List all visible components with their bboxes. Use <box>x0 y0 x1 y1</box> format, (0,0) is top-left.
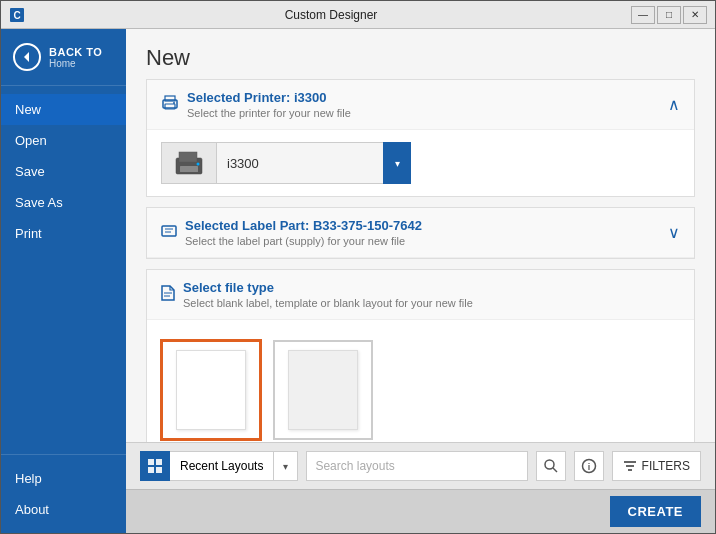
blank-template-box <box>273 340 373 440</box>
label-part-title-info: Selected Label Part: B33-375-150-7642 Se… <box>185 218 422 247</box>
back-button[interactable]: BACK TO Home <box>1 29 126 86</box>
svg-point-6 <box>173 102 175 104</box>
file-type-subtitle: Select blank label, template or blank la… <box>183 297 473 309</box>
sidebar-item-save-as[interactable]: Save As <box>1 187 126 218</box>
sidebar: BACK TO Home New Open Save Save As Print… <box>1 29 126 533</box>
back-label: BACK TO <box>49 46 102 58</box>
close-button[interactable]: ✕ <box>683 6 707 24</box>
action-row: CREATE <box>126 489 715 533</box>
svg-point-20 <box>545 460 554 469</box>
svg-rect-8 <box>179 152 197 162</box>
file-type-section-body: Blank Label Blank Template <box>147 320 694 442</box>
printer-section-header[interactable]: Selected Printer: i3300 Select the print… <box>147 80 694 130</box>
svg-rect-11 <box>162 226 176 236</box>
svg-rect-19 <box>156 467 162 473</box>
create-button[interactable]: CREATE <box>610 496 701 527</box>
main-window: C Custom Designer — □ ✕ BACK TO Home <box>0 0 716 534</box>
sidebar-item-save[interactable]: Save <box>1 156 126 187</box>
file-type-section-title: Select file type Select blank label, tem… <box>161 280 473 309</box>
back-sublabel: Home <box>49 58 102 69</box>
sidebar-nav: New Open Save Save As Print <box>1 86 126 454</box>
svg-rect-17 <box>156 459 162 465</box>
search-button[interactable] <box>536 451 566 481</box>
layouts-chevron-icon[interactable]: ▾ <box>274 451 298 481</box>
file-type-section: Select file type Select blank label, tem… <box>146 269 695 442</box>
printer-subtitle: Select the printer for your new file <box>187 107 351 119</box>
minimize-button[interactable]: — <box>631 6 655 24</box>
label-part-chevron-icon: ∨ <box>668 223 680 242</box>
sidebar-item-new[interactable]: New <box>1 94 126 125</box>
content-body: Selected Printer: i3300 Select the print… <box>126 79 715 442</box>
layouts-dropdown: Recent Layouts ▾ <box>140 451 298 481</box>
label-part-subtitle: Select the label part (supply) for your … <box>185 235 422 247</box>
printer-section-body: i3300 ▾ <box>147 130 694 196</box>
content-area: New <box>126 29 715 533</box>
filters-label: FILTERS <box>642 459 690 473</box>
printer-chevron-icon: ∧ <box>668 95 680 114</box>
file-type-icon <box>161 285 175 304</box>
page-title: New <box>146 45 695 71</box>
printer-title-info: Selected Printer: i3300 Select the print… <box>187 90 351 119</box>
content-header: New <box>126 29 715 79</box>
printer-section: Selected Printer: i3300 Select the print… <box>146 79 695 197</box>
window-title: Custom Designer <box>31 8 631 22</box>
bottom-bar: Recent Layouts ▾ Search layouts i <box>126 442 715 489</box>
sidebar-item-help[interactable]: Help <box>1 463 126 494</box>
search-input[interactable]: Search layouts <box>306 451 527 481</box>
printer-select-row: i3300 ▾ <box>161 142 411 184</box>
file-type-title-text: Select file type <box>183 280 473 295</box>
file-type-section-header: Select file type Select blank label, tem… <box>147 270 694 320</box>
back-circle-icon <box>13 43 41 71</box>
layouts-grid-icon <box>140 451 170 481</box>
svg-text:i: i <box>587 462 590 472</box>
file-type-title-info: Select file type Select blank label, tem… <box>183 280 473 309</box>
sidebar-item-about[interactable]: About <box>1 494 126 525</box>
title-bar: C Custom Designer — □ ✕ <box>1 1 715 29</box>
printer-icon-box <box>161 142 216 184</box>
info-button[interactable]: i <box>574 451 604 481</box>
layouts-label: Recent Layouts <box>170 451 274 481</box>
blank-template-option[interactable]: Blank Template <box>273 340 373 442</box>
printer-title-text: Selected Printer: i3300 <box>187 90 351 105</box>
printer-section-title: Selected Printer: i3300 Select the print… <box>161 90 351 119</box>
label-part-icon <box>161 223 177 242</box>
blank-label-preview <box>176 350 246 430</box>
sidebar-item-print[interactable]: Print <box>1 218 126 249</box>
blank-label-box <box>161 340 261 440</box>
blank-label-option[interactable]: Blank Label <box>161 340 261 442</box>
svg-rect-18 <box>148 467 154 473</box>
main-layout: BACK TO Home New Open Save Save As Print… <box>1 29 715 533</box>
printer-icon <box>161 95 179 114</box>
svg-rect-16 <box>148 459 154 465</box>
label-part-section: Selected Label Part: B33-375-150-7642 Se… <box>146 207 695 259</box>
label-part-section-header[interactable]: Selected Label Part: B33-375-150-7642 Se… <box>147 208 694 258</box>
file-type-options: Blank Label Blank Template <box>161 340 680 442</box>
search-placeholder: Search layouts <box>315 459 394 473</box>
app-icon: C <box>9 7 25 23</box>
back-text: BACK TO Home <box>49 46 102 69</box>
svg-point-10 <box>197 163 200 166</box>
printer-dropdown-button[interactable]: ▾ <box>383 142 411 184</box>
window-controls: — □ ✕ <box>631 6 707 24</box>
blank-template-preview <box>288 350 358 430</box>
svg-text:C: C <box>13 10 20 21</box>
svg-rect-9 <box>180 166 198 172</box>
svg-line-21 <box>553 468 557 472</box>
svg-marker-2 <box>24 52 29 62</box>
sidebar-footer: Help About <box>1 454 126 533</box>
label-part-title-text: Selected Label Part: B33-375-150-7642 <box>185 218 422 233</box>
filters-button[interactable]: FILTERS <box>612 451 701 481</box>
sidebar-item-open[interactable]: Open <box>1 125 126 156</box>
label-part-section-title: Selected Label Part: B33-375-150-7642 Se… <box>161 218 422 247</box>
maximize-button[interactable]: □ <box>657 6 681 24</box>
printer-name-display: i3300 <box>216 142 383 184</box>
